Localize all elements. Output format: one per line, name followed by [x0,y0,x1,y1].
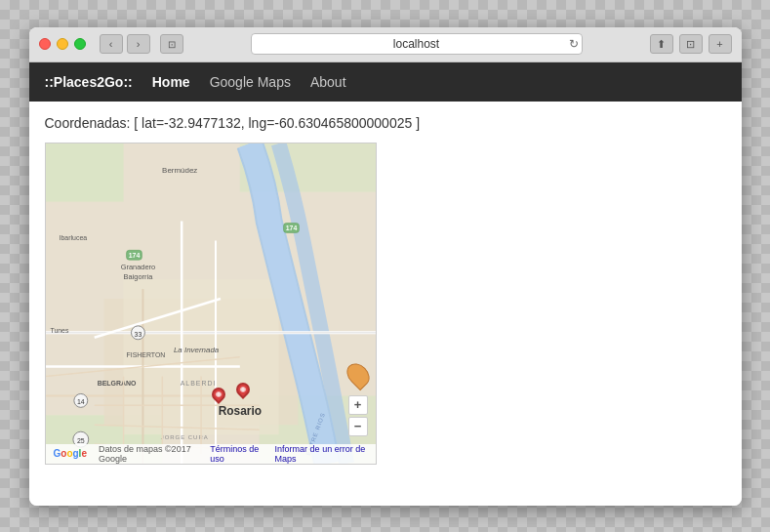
back-button[interactable]: ‹ [100,34,123,54]
svg-text:La Invernada: La Invernada [173,345,219,353]
nav-home[interactable]: Home [152,74,190,90]
svg-text:174: 174 [285,225,297,231]
coordinates-display: Coordenadas: [ lat=-32.9477132, lng=-60.… [45,115,726,131]
share-button[interactable]: ⬆ [650,34,673,54]
map-background: 25 14 33 21 174 174 Bermúdez [46,143,376,464]
minimize-button[interactable] [57,38,68,50]
svg-text:Granadero: Granadero [120,263,155,271]
app-brand: ::Places2Go:: [45,74,133,90]
tab-button[interactable]: ⊡ [679,34,703,54]
browser-nav: ‹ › [100,34,150,54]
svg-rect-1 [46,143,124,202]
svg-text:Baigorria: Baigorria [123,272,153,281]
map-container[interactable]: 25 14 33 21 174 174 Bermúdez [45,143,377,465]
map-terms-link[interactable]: Términos de uso [210,444,263,464]
maximize-button[interactable] [74,38,86,50]
nav-google-maps[interactable]: Google Maps [210,74,291,90]
refresh-button[interactable]: ↻ [569,37,579,51]
browser-actions: ⬆ ⊡ + [650,34,732,54]
svg-text:33: 33 [134,330,142,337]
svg-text:FISHERTON: FISHERTON [126,350,165,357]
map-controls: + − [348,362,368,436]
zoom-out-button[interactable]: − [348,417,368,436]
svg-text:14: 14 [76,398,84,405]
svg-text:Bermúdez: Bermúdez [162,165,197,174]
map-data-credit: Datos de mapas ©2017 Google [99,444,198,464]
page-content: Coordenadas: [ lat=-32.9477132, lng=-60.… [29,102,742,506]
svg-text:Ibarlucea: Ibarlucea [59,234,87,241]
google-logo: Google [54,448,87,459]
svg-text:Tunes: Tunes [50,326,69,333]
app-navbar: ::Places2Go:: Home Google Maps About [29,62,742,102]
reader-mode-button[interactable]: ⊡ [160,34,183,54]
svg-text:ALBERDI: ALBERDI [180,380,216,387]
svg-text:BELGRANO: BELGRANO [97,380,136,387]
browser-window: ‹ › ⊡ ↻ ⬆ ⊡ + ::Places2Go:: Home Google … [29,27,742,506]
address-input[interactable] [251,33,583,55]
new-tab-button[interactable]: + [709,34,732,54]
map-report-link[interactable]: Informar de un error de Maps [275,444,368,464]
svg-text:174: 174 [128,252,140,259]
browser-titlebar: ‹ › ⊡ ↻ ⬆ ⊡ + [29,27,742,62]
close-button[interactable] [39,38,51,50]
address-bar-container: ↻ [189,33,644,55]
forward-button[interactable]: › [127,34,150,54]
map-footer: Google Datos de mapas ©2017 Google Térmi… [46,444,376,464]
zoom-in-button[interactable]: + [348,395,368,415]
map-svg: 25 14 33 21 174 174 Bermúdez [46,143,376,464]
nav-about[interactable]: About [310,74,346,90]
